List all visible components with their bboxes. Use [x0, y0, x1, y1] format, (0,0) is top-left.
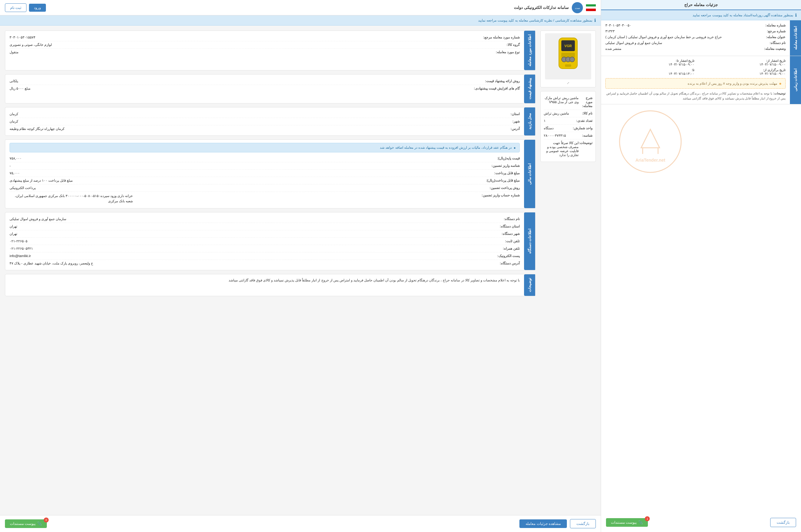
product-desc-field: شرح مورد معامله: ماشین ریش تراش مارک وی … — [544, 95, 592, 110]
product-basic-info: شرح مورد معامله: ماشین ریش تراش مارک وی … — [540, 91, 596, 162]
field-ref-number: شماره مرجع: ۳۱۳۲۳ — [606, 29, 786, 33]
product-image-col: VGR ⤢ شرح مورد م — [540, 31, 596, 300]
date-to: تاریخ انتشار تا: ۱۴۰۳/۰۷/۱۵-۰۹:۰۰ — [606, 59, 695, 66]
right-docs-badge: 0 — [44, 517, 49, 522]
left-docs-button[interactable]: 📎 پیوست مستندات 1 — [606, 518, 648, 527]
left-info-banner: ℹ بمنظور مشاهده آگهی روزنامه/استناد معام… — [601, 10, 801, 20]
date-note: توضیحات: با توجه به اعلام مشخصات و تصاوی… — [606, 91, 786, 101]
date-bidding-from: تاریخ برگزاری از: ۱۴۰۳/۰۷/۱۵-۰۹:۰۰ — [696, 68, 786, 76]
product-brand-field: نام کالا: ماشین ریش تراش — [544, 110, 592, 117]
right-content: VGR ⤢ شرح مورد م — [0, 25, 601, 515]
date-from: تاریخ انتشار از: ۱۴۰۳/۰۷/۱۵-۰۹:۰۰ — [696, 59, 786, 66]
right-back-button[interactable]: بازگشت — [570, 519, 596, 528]
ts-ref-number: شماره مورد معامله مرجع: ۳۰۳۰۱۰۵۳۰۱۵۵۷۴ — [10, 34, 520, 41]
price-suggestion-content: روش ارائه پیشنهاد قیمت: پلکانی گام های ا… — [5, 75, 524, 103]
login-button[interactable]: ورود — [29, 4, 46, 12]
fin-payment-method: روش پرداخت تضمین: پرداخت الکترونیکی — [10, 185, 520, 192]
ts-type: نوع مورد معامله: منقول — [10, 49, 520, 56]
product-image: VGR — [545, 33, 591, 79]
svg-point-13 — [570, 57, 575, 62]
right-banner-text: بمنظور مشاهده کارشناسی / نظریه کارشناسی … — [478, 18, 592, 22]
left-transaction-label: اطلاعات معامله — [790, 20, 801, 56]
description-text: با توجه به اعلام مشخصات و تصاویر کالا در… — [10, 278, 520, 283]
register-button[interactable]: ثبت نام — [5, 3, 26, 12]
transaction-subject-section: اطلاعات مورد معامله شماره مورد معامله مر… — [5, 31, 536, 71]
left-docs-label: پیوست مستندات — [611, 520, 636, 525]
loc-city: شهر: کرمان — [10, 118, 520, 125]
right-detail-button[interactable]: مشاهده جزئیات معامله — [519, 519, 567, 528]
tax-notice-icon: ● — [514, 146, 516, 150]
tax-notice-text: در هنگام عقد قرارداد، مالیات بر ارزش افز… — [380, 146, 512, 150]
svg-text:AriaTender.net: AriaTender.net — [636, 158, 666, 163]
svg-text:ست: ست — [575, 6, 580, 10]
left-docs-badge: 1 — [645, 516, 650, 521]
transaction-subject-label: اطلاعات مورد معامله — [524, 31, 535, 70]
fin-deposit-id: شناسه واریز تضمین: - — [10, 162, 520, 170]
winner-icon: ● — [779, 81, 782, 86]
header-flags — [586, 4, 596, 11]
left-back-button[interactable]: بازگشت — [770, 518, 796, 527]
product-unit-field: واحد شمارش: دستگاه — [544, 125, 592, 132]
product-quantity-field: تعداد نقدی: ۱ — [544, 117, 592, 125]
left-date-content: تاریخ انتشار از: ۱۴۰۳/۰۷/۱۵-۰۹:۰۰ تاریخ … — [601, 56, 790, 104]
left-transaction-content: شماره معامله: ۳۰۳۰۱۰۵۳۰۳۰۰۵۰ شماره مرجع:… — [601, 20, 790, 56]
right-main-layout: VGR ⤢ شرح مورد م — [5, 31, 596, 300]
location-label: محل بازدید — [524, 108, 535, 135]
header-actions: ورود ثبت نام — [5, 3, 46, 12]
paperclip-icon: 📎 — [638, 520, 643, 525]
loc-province: استان: کرمان — [10, 111, 520, 118]
price-suggestion-section: پیشنهاد قیمت روش ارائه پیشنهاد قیمت: پلک… — [5, 74, 536, 103]
info-icon: ℹ — [795, 13, 797, 18]
product-image-box: VGR ⤢ — [540, 31, 596, 88]
device-info-content: نام دستگاه: سازمان جمع آوری و فروش اموال… — [5, 212, 524, 270]
financial-section: اطلاعات مالی ● در هنگام عقد قرارداد، مال… — [5, 139, 536, 208]
svg-rect-14 — [565, 64, 571, 67]
date-grid: تاریخ انتشار از: ۱۴۰۳/۰۷/۱۵-۰۹:۰۰ تاریخ … — [606, 59, 786, 76]
svg-text:VGR: VGR — [564, 44, 572, 48]
tax-notice: ● در هنگام عقد قرارداد، مالیات بر ارزش ا… — [10, 143, 520, 152]
field-status: وضعیت معامله: منتشر شده — [606, 47, 786, 51]
right-docs-button[interactable]: 📎 پیوست مستندات 0 — [5, 519, 47, 528]
fin-payable-pct: مبلغ قابل پرداخت(ریال): مبلغ قابل پرداخت… — [10, 177, 520, 185]
left-panel-header: جزئیات معامله حراج — [601, 0, 801, 10]
left-banner-text: بمنظور مشاهده آگهی روزنامه/استناد معامله… — [692, 13, 793, 17]
right-header: ست سامانه تدارکات الکترونیکی دولت ورود ث… — [0, 0, 601, 15]
paperclip-icon-right: 📎 — [37, 521, 42, 526]
product-notes-field: توضیحات: این کالا صرفاً جهت مصرف شخصی بو… — [544, 139, 592, 158]
ps-increment: گام های افزایش قیمت پیشنهادی: مبلغ ۵۰۰۰ … — [10, 85, 520, 92]
shaver-svg: VGR — [549, 35, 586, 78]
svg-point-0 — [619, 111, 681, 172]
winner-text: مهلت پذیرش برنده بودن و واریز وجه ۷ روز … — [688, 81, 777, 86]
image-expand-icon[interactable]: ⤢ — [567, 81, 569, 85]
left-bottom-actions: بازگشت 📎 پیوست مستندات 1 — [601, 513, 801, 532]
location-section: محل بازدید استان: کرمان شهر: کرمان آدرس: — [5, 107, 536, 136]
iran-flag-icon — [586, 4, 596, 11]
dev-province: استان دستگاه: تهران — [10, 223, 520, 230]
dev-name: نام دستگاه: سازمان جمع آوری و فروش اموال… — [10, 215, 520, 223]
right-panel: ست سامانه تدارکات الکترونیکی دولت ورود ث… — [0, 0, 601, 532]
transaction-subject-content: شماره مورد معامله مرجع: ۳۰۳۰۱۰۵۳۰۱۵۵۷۴ گ… — [5, 31, 524, 70]
description-content: با توجه به اعلام مشخصات و تصاویر کالا در… — [5, 274, 524, 296]
device-info-label: اطلاعات دستگاه — [524, 212, 535, 270]
description-section: توضیحات با توجه به اعلام مشخصات و تصاویر… — [5, 274, 536, 296]
location-content: استان: کرمان شهر: کرمان آدرس: کرمان چهار… — [5, 108, 524, 135]
field-device-name: نام دستگاه: سازمان جمع آوری و فروش اموال… — [606, 41, 786, 45]
logo-area: ست سامانه تدارکات الکترونیکی دولت — [514, 2, 596, 13]
dev-city: شهر دستگاه: تهران — [10, 230, 520, 238]
price-suggestion-label: پیشنهاد قیمت — [524, 75, 535, 103]
financial-label: اطلاعات مالی — [524, 140, 535, 208]
dev-mobile: تلفن همراه: ۰۲۱-۲۲۶۵۰۵۳۲۱ — [10, 245, 520, 252]
winner-box: ● مهلت پذیرش برنده بودن و واریز وجه ۷ رو… — [606, 78, 786, 89]
description-label: توضیحات — [524, 274, 535, 296]
svg-rect-2 — [586, 4, 596, 6]
right-info-banner: ℹ بمنظور مشاهده کارشناسی / نظریه کارشناس… — [0, 15, 601, 25]
right-bottom-actions: بازگشت مشاهده جزئیات معامله 📎 پیوست مستن… — [0, 515, 601, 532]
right-info-icon: ℹ — [594, 18, 596, 23]
device-info-section: اطلاعات دستگاه نام دستگاه: سازمان جمع آو… — [5, 212, 536, 270]
right-docs-label: پیوست مستندات — [10, 521, 35, 526]
loc-address: آدرس: کرمان چهارراه ترنگاز کوچه نظام وظی… — [10, 125, 520, 132]
dev-email: پست الکترونیک: info@tamliki.ir — [10, 252, 520, 260]
gov-logo: ست — [572, 2, 583, 13]
dev-address: آدرس دستگاه: خ ولیعصر، روبروی پارک ملت، … — [10, 260, 520, 267]
left-transaction-section: اطلاعات معامله شماره معامله: ۳۰۳۰۱۰۵۳۰۳۰… — [601, 20, 801, 56]
